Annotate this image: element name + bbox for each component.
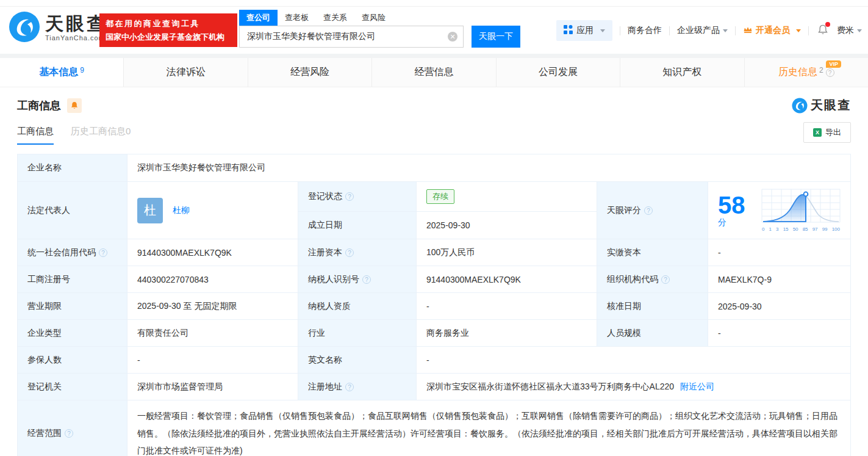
staff-size-label: 人员规模 (597, 320, 708, 347)
menu-divider (669, 26, 670, 35)
company-nav-tabs: 基本信息 9 法律诉讼 经营风险 经营信息 公司发展 知识产权 VIP 历史信息… (0, 58, 868, 87)
help-icon[interactable]: ? (362, 275, 371, 284)
reg-address-label-cell: 注册地址? (298, 374, 417, 400)
monitor-bell-icon[interactable] (67, 98, 82, 113)
menu-divider (620, 26, 620, 35)
section-title: 工商信息 (17, 98, 61, 113)
tab-operating-risk[interactable]: 经营风险 (248, 58, 372, 87)
subtab-row: 工商信息 历史工商信息0 X 导出 (0, 114, 868, 148)
english-name-value: - (417, 347, 851, 374)
tab-company-development[interactable]: 公司发展 (497, 58, 620, 87)
business-scope-label: 经营范围 (27, 428, 62, 438)
search-tab-boss[interactable]: 查老板 (278, 10, 316, 26)
industry-value: 商务服务业 (417, 320, 597, 347)
menu-business-cooperation[interactable]: 商务合作 (628, 25, 662, 36)
tab-basic-count: 9 (80, 66, 84, 74)
menu-divider (808, 26, 809, 35)
tab-business-info[interactable]: 经营信息 (372, 58, 496, 87)
tab-intellectual-property[interactable]: 知识产权 (620, 58, 744, 87)
reg-authority-label: 登记机关 (18, 374, 127, 400)
clear-search-icon[interactable]: ✕ (448, 32, 457, 42)
chevron-down-icon (796, 29, 801, 32)
help-icon[interactable]: ? (644, 206, 653, 215)
tab-basic-label: 基本信息 (39, 66, 78, 79)
score-value: 58 (718, 192, 745, 219)
reg-address-label: 注册地址 (308, 382, 342, 391)
menu-divider (735, 26, 736, 35)
promo-line1: 都在用的商业查询工具 (106, 18, 231, 29)
search-button[interactable]: 天眼一下 (472, 26, 520, 48)
avatar[interactable]: 杜 (137, 198, 163, 223)
subtab-business-info[interactable]: 工商信息 (17, 126, 54, 145)
excel-icon: X (813, 128, 822, 137)
watermark-text: 天眼查 (811, 97, 851, 114)
table-row: 营业期限 2025-09-30 至 无固定期限 纳税人资质 - 核准日期 202… (18, 293, 851, 320)
help-icon[interactable]: ? (345, 192, 354, 201)
export-label: 导出 (825, 127, 841, 138)
credit-code-label: 统一社会信用代码 (27, 247, 96, 257)
brand-domain: TianYanCha.com (45, 34, 107, 42)
search-tab-company[interactable]: 查公司 (239, 10, 278, 26)
vip-label: 开通会员 (756, 25, 790, 36)
tab-basic-info[interactable]: 基本信息 9 (0, 58, 124, 87)
reg-status-cell: 存续 (417, 182, 597, 212)
paid-capital-label: 实缴资本 (597, 239, 708, 266)
search-tabs: 查公司 查老板 查关系 查风险 (239, 10, 520, 26)
search-tab-risk[interactable]: 查风险 (354, 10, 393, 26)
section-header: 工商信息 天眼查 (0, 87, 868, 114)
staff-size-value: - (708, 320, 851, 347)
vip-badge: VIP (826, 60, 841, 68)
company-type-label: 企业类型 (18, 320, 127, 347)
help-icon[interactable]: ? (99, 248, 107, 257)
site-logo[interactable]: 天眼查 TianYanCha.com (9, 11, 107, 45)
company-name-label: 企业名称 (18, 154, 127, 182)
user-menu[interactable]: 费米 (837, 25, 862, 36)
open-vip-button[interactable]: 开通会员 (743, 25, 801, 36)
org-code-value: MAEXLK7Q-9 (708, 266, 851, 293)
credit-code-label-cell: 统一社会信用代码? (18, 239, 127, 266)
score-unit: 分 (718, 217, 726, 227)
nearby-companies-link[interactable]: 附近公司 (680, 382, 714, 391)
header-separator (0, 54, 868, 58)
org-code-label: 组织机构代码 (607, 274, 658, 284)
help-icon[interactable]: ? (345, 248, 354, 257)
chevron-down-icon (723, 29, 728, 32)
search-input[interactable] (239, 26, 464, 48)
taxpayer-quality-label: 纳税人资质 (298, 293, 417, 320)
tianyancha-logo-icon (792, 98, 808, 114)
reg-status-label: 登记状态 (308, 191, 342, 201)
reg-status-label-cell: 登记状态? (298, 182, 417, 212)
apps-menu[interactable]: 应用 (556, 20, 612, 41)
table-row: 统一社会信用代码? 91440300MAEXLK7Q9K 注册资本? 100万人… (18, 239, 851, 266)
help-icon[interactable]: ? (65, 429, 73, 438)
help-icon[interactable]: ? (826, 68, 834, 77)
approval-date-label: 核准日期 (597, 293, 708, 320)
export-button[interactable]: X 导出 (803, 122, 851, 143)
help-icon[interactable]: ? (345, 383, 354, 391)
org-code-label-cell: 组织机构代码? (597, 266, 708, 293)
promo-line2: 国家中小企业发展子基金旗下机构 (106, 32, 231, 43)
subtab-history-business-info[interactable]: 历史工商信息0 (71, 126, 131, 145)
legal-rep-label: 法定代表人 (18, 182, 127, 239)
promo-banner: 都在用的商业查询工具 国家中小企业发展子基金旗下机构 (99, 13, 237, 47)
score-cell[interactable]: 58 分 (708, 182, 851, 239)
username: 费米 (837, 25, 854, 36)
paid-capital-value: - (708, 239, 851, 266)
reg-address-value: 深圳市宝安区福永街道怀德社区福永大道33号万利商务中心AL220 (426, 382, 674, 391)
tab-legal-proceedings[interactable]: 法律诉讼 (124, 58, 248, 87)
insured-value: - (127, 347, 298, 374)
establish-date-label: 成立日期 (298, 211, 417, 239)
tab-history-info[interactable]: VIP 历史信息 2 ? (745, 58, 868, 87)
english-name-label: 英文名称 (298, 347, 417, 374)
help-icon[interactable]: ? (661, 275, 670, 284)
score-label: 天眼评分 (607, 205, 641, 215)
tab-operation-label: 经营信息 (414, 66, 453, 79)
legal-rep-link[interactable]: 杜柳 (173, 204, 190, 214)
reg-authority-value: 深圳市市场监督管理局 (127, 374, 298, 400)
table-row: 登记机关 深圳市市场监督管理局 注册地址? 深圳市宝安区福永街道怀德社区福永大道… (18, 374, 851, 400)
search-tab-relation[interactable]: 查关系 (316, 10, 354, 26)
notification-bell[interactable] (817, 24, 828, 37)
establish-date-value: 2025-09-30 (417, 211, 597, 239)
enterprise-label: 企业级产品 (677, 25, 720, 36)
menu-enterprise-product[interactable]: 企业级产品 (677, 25, 728, 36)
